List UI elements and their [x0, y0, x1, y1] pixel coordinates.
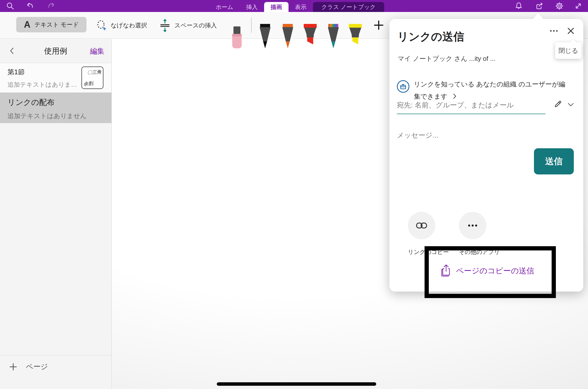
page-item-1[interactable]: 第1節 追加テキストはありま… 〇三角 余割. [0, 63, 111, 92]
rainbow-pen-tool[interactable] [326, 24, 340, 51]
tab-insert[interactable]: 挿入 [240, 2, 264, 12]
copy-link-button[interactable]: リンクのコピー [408, 212, 435, 256]
toolbar-divider [251, 17, 252, 33]
share-icon[interactable] [534, 1, 545, 11]
redo-icon[interactable] [46, 1, 56, 11]
send-page-copy-label: ページのコピーの送信 [456, 266, 534, 276]
chevron-down-icon[interactable] [566, 101, 576, 109]
tab-draw[interactable]: 描画 [264, 2, 289, 12]
link-icon [408, 212, 435, 239]
page-list-header: 使用例 編集 [0, 39, 111, 63]
page-list-panel: 使用例 編集 第1節 追加テキストはありま… 〇三角 余割. リンクの配布 追加… [0, 39, 112, 389]
text-mode-icon: A [24, 19, 30, 30]
more-apps-label: その他のアプリ [459, 248, 486, 256]
thumbnail-handwriting: 〇三角 [87, 69, 101, 76]
organization-briefcase-icon [397, 80, 409, 93]
title-bar: ホーム 挿入 描画 表示 クラス ノートブック [0, 0, 588, 12]
home-indicator[interactable] [217, 382, 376, 386]
insert-space-label: スペースの挿入 [174, 21, 217, 29]
notifications-icon[interactable] [514, 1, 524, 11]
tab-class-notebook[interactable]: クラス ノートブック [313, 2, 384, 12]
edit-button[interactable]: 編集 [90, 46, 104, 56]
text-mode-label: テキスト モード [34, 21, 79, 29]
eraser-tool[interactable] [230, 26, 243, 51]
page-list-footer: ページ [0, 355, 111, 389]
copy-link-label: リンクのコピー [408, 248, 435, 256]
send-link-dialog: リンクの送信 マイ ノートブック さん ...ity of ... リンクを知っ… [389, 19, 583, 292]
thumbnail-handwriting: 余割. [83, 80, 94, 87]
share-page-icon [441, 264, 451, 277]
tab-home[interactable]: ホーム [209, 2, 240, 12]
dialog-subtitle: マイ ノートブック さん ...ity of ... [398, 54, 496, 63]
lasso-select-button[interactable]: なげなわ選択 [96, 12, 147, 39]
page-item-2-selected[interactable]: リンクの配布 追加テキストはありません [0, 93, 111, 123]
close-icon[interactable] [564, 25, 577, 37]
edit-pencil-icon[interactable] [552, 98, 564, 110]
yellow-highlighter-tool[interactable] [348, 24, 363, 50]
fullscreen-icon[interactable] [573, 1, 584, 11]
tooltip-label: 閉じる [558, 46, 578, 55]
dialog-pointer [532, 12, 544, 19]
plus-icon [373, 20, 384, 31]
red-highlighter-tool[interactable] [303, 24, 318, 50]
tab-view[interactable]: 表示 [289, 2, 313, 12]
add-page-label: ページ [26, 362, 48, 372]
black-pen-tool[interactable] [258, 24, 272, 51]
text-mode-button[interactable]: A テキスト モード [16, 17, 86, 32]
more-apps-button[interactable]: その他のアプリ [459, 212, 486, 256]
page-subtitle: 追加テキストはありません [7, 112, 104, 120]
send-button[interactable]: 送信 [534, 148, 574, 174]
lasso-icon [96, 20, 107, 31]
orange-pen-tool[interactable] [281, 24, 295, 51]
insert-space-button[interactable]: スペースの挿入 [159, 12, 217, 39]
onenote-app: ホーム 挿入 描画 表示 クラス ノートブック A テキスト モード [0, 0, 588, 389]
page-thumbnail: 〇三角 余割. [81, 67, 103, 89]
ellipsis-icon [459, 212, 486, 239]
page-title: リンクの配布 [7, 97, 104, 108]
add-pen-button[interactable] [371, 17, 386, 33]
dialog-title: リンクの送信 [397, 29, 464, 44]
insert-space-icon [159, 18, 171, 32]
close-tooltip: 閉じる [555, 42, 582, 59]
recipient-input[interactable] [397, 97, 545, 114]
search-icon[interactable] [5, 1, 15, 11]
send-page-copy-button[interactable]: ページのコピーの送信 [441, 264, 534, 277]
more-options-icon[interactable] [547, 25, 561, 36]
undo-icon[interactable] [25, 1, 35, 11]
settings-icon[interactable] [554, 1, 565, 11]
ribbon-tabs: ホーム 挿入 描画 表示 クラス ノートブック [209, 0, 384, 12]
lasso-label: なげなわ選択 [111, 21, 147, 29]
plus-icon [9, 363, 17, 371]
add-page-button[interactable]: ページ [9, 362, 48, 372]
